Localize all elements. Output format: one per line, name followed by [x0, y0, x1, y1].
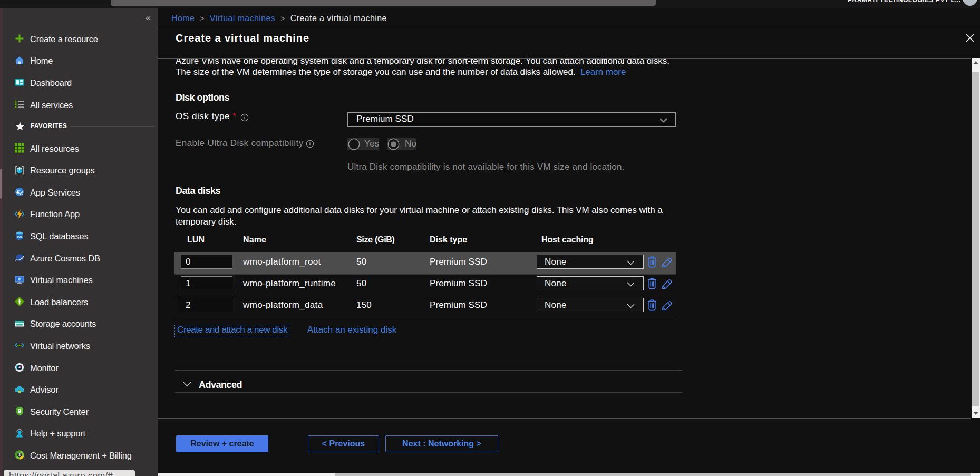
svg-text:$: $: [18, 453, 21, 457]
svg-text:SQL: SQL: [17, 235, 23, 238]
